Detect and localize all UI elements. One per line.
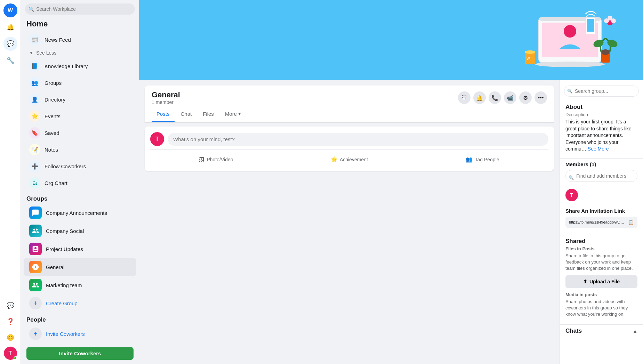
find-members-icon: 🔍 <box>569 175 574 180</box>
member-avatar: T <box>565 189 578 201</box>
sidebar-search-icon: 🔍 <box>29 7 34 12</box>
composer-input[interactable] <box>168 133 548 146</box>
tab-files[interactable]: Files <box>198 106 219 122</box>
nav-item-events[interactable]: ⭐ Events <box>24 108 136 124</box>
svg-rect-17 <box>587 19 594 32</box>
invite-coworkers-row[interactable]: + Invite Coworkers <box>24 325 136 343</box>
banner-illustration: W <box>518 3 622 76</box>
nav-item-news-feed[interactable]: 📰 News Feed <box>24 31 136 48</box>
about-title: About <box>565 104 637 111</box>
shared-title: Shared <box>565 238 637 245</box>
group-avatar-company-announcements <box>29 207 42 219</box>
tab-chat[interactable]: Chat <box>176 106 197 122</box>
group-item-marketing-team[interactable]: Marketing team <box>24 276 136 294</box>
achievement-icon: ⭐ <box>331 156 338 163</box>
nav-item-org-chart[interactable]: 🗂 Org Chart <box>24 175 136 191</box>
nav-label-notes: Notes <box>45 147 58 153</box>
group-label-marketing-team: Marketing team <box>46 282 82 288</box>
group-item-company-social[interactable]: Company Social <box>24 222 136 240</box>
group-main: General 1 member 🛡 🔔 📞 📹 ⚙ ••• Posts <box>139 80 560 364</box>
members-title: Members (1) <box>565 161 637 167</box>
invite-coworkers-button[interactable]: Invite Coworkers <box>26 347 134 360</box>
group-item-company-announcements[interactable]: Company Announcements <box>24 204 136 222</box>
nav-item-directory[interactable]: 👤 Directory <box>24 91 136 108</box>
copy-link-icon[interactable]: 📋 <box>628 219 634 225</box>
divider-2 <box>560 205 643 205</box>
group-item-general[interactable]: General <box>24 258 136 276</box>
brand-logo[interactable]: W <box>3 3 17 17</box>
user-avatar-button[interactable]: T <box>4 347 17 360</box>
groups-icon: 👥 <box>29 77 40 88</box>
groups-section-header: Groups <box>21 191 139 204</box>
see-less-row[interactable]: ▼ See Less <box>24 48 136 58</box>
group-label-project-updates: Project Updates <box>46 246 83 252</box>
main-content: W Genera <box>139 0 643 364</box>
group-search-input[interactable] <box>564 86 639 97</box>
create-group-label: Create Group <box>46 300 78 306</box>
notes-icon: 📝 <box>29 144 40 155</box>
integrations-icon[interactable]: 🔧 <box>3 54 17 67</box>
sidebar-search-container: 🔍 <box>25 3 135 15</box>
find-members-input[interactable] <box>565 170 637 182</box>
photo-video-action[interactable]: 🖼 Photo/Video <box>150 153 282 165</box>
svg-point-15 <box>604 18 609 23</box>
see-more-link[interactable]: See More <box>588 146 609 152</box>
nav-item-notes[interactable]: 📝 Notes <box>24 141 136 158</box>
member-row: T <box>565 189 637 201</box>
group-avatar-general <box>29 261 42 273</box>
nav-item-saved[interactable]: 🔖 Saved <box>24 124 136 141</box>
chats-title: Chats <box>565 327 582 334</box>
media-desc: Share photos and videos with coworkers i… <box>565 299 637 318</box>
nav-item-knowledge-library[interactable]: 📘 Knowledge Library <box>24 58 136 74</box>
nav-label-saved: Saved <box>45 130 59 136</box>
nav-label-knowledge-library: Knowledge Library <box>45 63 88 69</box>
create-group-row[interactable]: + Create Group <box>24 294 136 312</box>
nav-item-follow-coworkers[interactable]: ➕ Follow Coworkers <box>24 158 136 175</box>
emoji-icon[interactable]: 😊 <box>3 331 17 345</box>
achievement-action[interactable]: ⭐ Achievement <box>283 153 415 165</box>
group-avatar-company-social <box>29 225 42 237</box>
nav-item-groups[interactable]: 👥 Groups <box>24 74 136 91</box>
settings-button[interactable]: ⚙ <box>519 91 532 104</box>
composer-actions: 🖼 Photo/Video ⭐ Achievement 👥 Tag People <box>150 149 548 165</box>
group-item-project-updates[interactable]: Project Updates <box>24 240 136 258</box>
see-less-label: See Less <box>36 50 56 56</box>
files-desc: Share a file in this group to get feedba… <box>565 253 637 272</box>
media-label: Media in posts <box>565 292 637 297</box>
group-name: General <box>152 90 180 99</box>
invite-coworkers-label: Invite Coworkers <box>46 331 85 337</box>
post-composer: T 🖼 Photo/Video ⭐ Achievement 👥 Tag Peop… <box>145 127 554 171</box>
invitation-link-text: https://fb.me/g/1sH9eaqqb/wDoGFDMh <box>569 220 626 224</box>
sidebar-search-input[interactable] <box>25 3 135 15</box>
chats-chevron-icon[interactable]: ▲ <box>633 328 637 334</box>
call-button[interactable]: 📞 <box>489 91 501 104</box>
group-banner: W <box>139 0 643 80</box>
right-sidebar: 🔍 About Description This is your first g… <box>560 80 643 364</box>
more-actions-button[interactable]: ••• <box>535 91 547 104</box>
notifications-button[interactable]: 🔔 <box>473 91 486 104</box>
tab-more[interactable]: More ▾ <box>220 106 246 122</box>
org-chart-icon: 🗂 <box>29 177 40 188</box>
create-group-icon: + <box>29 297 42 309</box>
achievement-label: Achievement <box>340 157 368 162</box>
help-icon[interactable]: ❓ <box>3 315 17 329</box>
video-button[interactable]: 📹 <box>504 91 516 104</box>
notifications-icon[interactable]: 🔔 <box>3 20 17 34</box>
photo-video-label: Photo/Video <box>207 157 233 162</box>
admin-button[interactable]: 🛡 <box>458 91 471 104</box>
chat-icon[interactable]: 💬 <box>3 37 17 51</box>
upload-file-button[interactable]: ⬆ Upload a File <box>565 275 637 288</box>
nav-label-follow-coworkers: Follow Coworkers <box>45 163 86 169</box>
about-section: About Description This is your first gro… <box>560 99 643 155</box>
upload-label: Upload a File <box>589 279 620 284</box>
chats-header: Chats ▲ <box>565 327 637 334</box>
more-chevron-icon: ▾ <box>238 111 241 117</box>
tab-posts[interactable]: Posts <box>152 106 175 122</box>
nav-label-directory: Directory <box>45 97 65 103</box>
feedback-icon[interactable]: 💬 <box>3 299 17 313</box>
icon-rail: W 🔔 💬 🔧 💬 ❓ 😊 T <box>0 0 21 364</box>
tag-people-action[interactable]: 👥 Tag People <box>417 153 548 165</box>
nav-label-groups: Groups <box>45 80 62 86</box>
composer-user-avatar: T <box>150 132 164 146</box>
upload-icon: ⬆ <box>583 279 587 284</box>
